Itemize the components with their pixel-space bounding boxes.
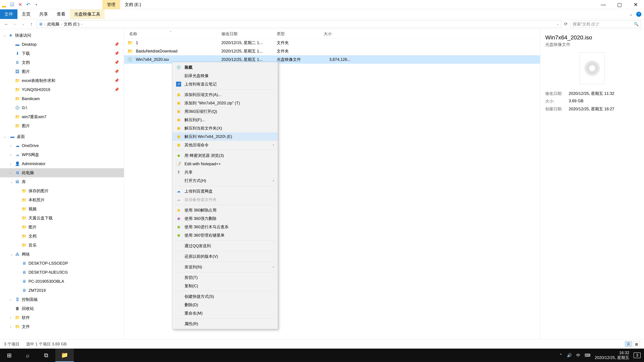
tree-recycle-bin[interactable]: 🗑回收站 xyxy=(0,304,124,313)
tree-pictures3[interactable]: 📁图片 xyxy=(0,223,124,232)
tree-desktop[interactable]: ▬Desktop📌 xyxy=(0,40,124,49)
ribbon-expand-icon[interactable]: ⌄ xyxy=(629,11,633,17)
notification-button[interactable]: 3 xyxy=(634,353,641,358)
nav-up-button[interactable]: ↑ xyxy=(28,21,35,27)
column-size[interactable]: 大小 xyxy=(324,31,357,36)
nav-back-button[interactable]: ← xyxy=(3,21,10,27)
file-row[interactable]: 📁 1 2020/12/15, 星期二 1... 文件夹 xyxy=(124,38,540,47)
refresh-button[interactable]: ⟳ xyxy=(563,21,569,27)
cm-extract-here[interactable]: ▣解压到当前文件夹(X) xyxy=(172,124,278,132)
ribbon-tab-file[interactable]: 文件 xyxy=(0,9,18,19)
tree-excel[interactable]: 📁excel表格制作求和📌 xyxy=(0,76,124,85)
cm-open-360zip[interactable]: ▣用360压缩打开(Q) xyxy=(172,107,278,116)
tree-docs2[interactable]: 📁文档 xyxy=(0,232,124,241)
taskbar-clock[interactable]: 16:32 2020/12/25, 星期五 xyxy=(595,351,629,360)
cm-youdao[interactable]: ↗上传到有道云笔记 xyxy=(172,80,278,88)
cm-properties[interactable]: 属性(R) xyxy=(172,320,278,328)
tree-desktop-section[interactable]: ⌄▬桌面 xyxy=(0,132,124,141)
tree-pc2[interactable]: 🖥DESKTOP-NJEU3CG xyxy=(0,268,124,277)
column-date[interactable]: 修改日期 xyxy=(221,31,277,36)
cm-notepad[interactable]: 📝Edit with Notepad++ xyxy=(172,160,278,168)
task-view-button[interactable]: ⧉ xyxy=(37,349,55,362)
start-button[interactable]: ⊞ xyxy=(0,349,18,362)
search-icon[interactable]: 🔍 xyxy=(634,22,639,26)
properties-icon[interactable]: ☑ xyxy=(10,2,15,7)
cm-360-menu[interactable]: ◉使用 360管理右键菜单 xyxy=(172,231,278,240)
column-name[interactable]: 名称⌃ xyxy=(124,31,221,36)
chevron-down-icon[interactable]: ⌄ xyxy=(10,252,13,256)
keyboard-icon[interactable]: ⌨ xyxy=(585,353,590,358)
tree-onedrive[interactable]: ›☁OneDrive xyxy=(0,141,124,150)
tree-admin[interactable]: ›👤Administrator xyxy=(0,159,124,168)
chevron-down-icon[interactable]: ⌄ xyxy=(10,180,13,184)
qat-dropdown-icon[interactable]: ▾ xyxy=(34,2,39,7)
ribbon-tab-view[interactable]: 查看 xyxy=(52,9,70,19)
minimize-button[interactable]: — xyxy=(598,1,608,8)
cm-360-trojan-scan[interactable]: ◉使用 360进行木马云查杀 xyxy=(172,223,278,231)
tree-music[interactable]: 📁音乐 xyxy=(0,241,124,250)
tree-gdrive[interactable]: 💿G:\ xyxy=(0,103,124,112)
chevron-right-icon[interactable]: › xyxy=(10,325,11,329)
cm-bee-browser[interactable]: ◆用 蜂蜜浏览器 浏览(3) xyxy=(172,151,278,160)
cm-add-archive[interactable]: ▣添加到压缩文件(A)... xyxy=(172,90,278,99)
tree-quick-access[interactable]: ⌄★快速访问 xyxy=(0,31,124,40)
view-details-button[interactable]: ☰ xyxy=(625,341,632,347)
tree-pc1[interactable]: 🖥DESKTOP-LSSOEDP xyxy=(0,259,124,268)
cm-add-zip[interactable]: ▣添加到 "Win7x64_2020.zip" (T) xyxy=(172,99,278,107)
address-dropdown-icon[interactable]: ⌄ xyxy=(556,22,559,26)
ribbon-tab-home[interactable]: 主页 xyxy=(18,9,35,19)
chevron-right-icon[interactable]: › xyxy=(10,298,11,302)
chevron-right-icon[interactable]: › xyxy=(10,144,11,148)
tree-network[interactable]: ⌄🖧网络 xyxy=(0,250,124,259)
chevron-right-icon[interactable]: › xyxy=(10,316,11,320)
chevron-right-icon[interactable]: › xyxy=(10,162,11,166)
explorer-taskbar-button[interactable]: 📁 xyxy=(55,349,74,362)
tree-files[interactable]: ›📁文件 xyxy=(0,322,124,331)
cm-send-to[interactable]: 发送到(N)› xyxy=(172,263,278,271)
undo-icon[interactable]: ↶ xyxy=(26,2,31,7)
cm-360-unlock[interactable]: ◉使用 360解除占用 xyxy=(172,206,278,214)
tree-wps[interactable]: ›☁WPS网盘 xyxy=(0,150,124,159)
chevron-down-icon[interactable]: ⌄ xyxy=(3,33,6,37)
cm-other-zip[interactable]: ▣其他压缩命令› xyxy=(172,141,278,149)
volume-icon[interactable]: 🔊 xyxy=(567,353,572,358)
cm-open-with[interactable]: 打开方式(H)› xyxy=(172,176,278,185)
tree-software[interactable]: ›📁软件 xyxy=(0,313,124,322)
view-icons-button[interactable]: ▦ xyxy=(633,341,640,347)
tree-win7redo[interactable]: 📁win7重装win7 xyxy=(0,112,124,121)
breadcrumb-current[interactable]: 文档 (E:) xyxy=(64,21,79,27)
nav-forward-button[interactable]: → xyxy=(12,21,18,27)
tray-up-icon[interactable]: ⌃ xyxy=(559,353,562,358)
cm-share[interactable]: ⇪共享 xyxy=(172,168,278,176)
search-input[interactable]: 搜索"文档 (E:)" 🔍 xyxy=(570,20,641,28)
tree-downloads[interactable]: ⬇下载📌 xyxy=(0,49,124,58)
chevron-right-icon[interactable]: › xyxy=(10,171,11,175)
cm-rename[interactable]: 重命名(M) xyxy=(172,309,278,318)
cm-qq-send[interactable]: 通过QQ发送到 xyxy=(172,242,278,250)
cm-360-force-delete[interactable]: ◉使用 360强力删除 xyxy=(172,214,278,223)
tree-control-panel[interactable]: ›🎛控制面板 xyxy=(0,295,124,304)
tree-bandicam[interactable]: 📁Bandicam xyxy=(0,94,124,103)
cm-delete[interactable]: 删除(D) xyxy=(172,301,278,309)
tree-videos[interactable]: 📁视频 xyxy=(0,204,124,214)
chevron-down-icon[interactable]: ⌄ xyxy=(3,135,6,139)
nav-history-dropdown[interactable]: ⌄ xyxy=(20,21,26,27)
maximize-button[interactable]: ▢ xyxy=(614,1,624,8)
ribbon-tab-disc-tools[interactable]: 光盘映像工具 xyxy=(70,9,105,19)
help-icon[interactable]: ? xyxy=(636,12,641,17)
tree-documents[interactable]: 🗎文档📌 xyxy=(0,58,124,67)
context-tab-label[interactable]: 管理 xyxy=(102,0,120,9)
tree-saved-pics[interactable]: 📁保存的图片 xyxy=(0,186,124,195)
tree-pictures2[interactable]: 📁图片 xyxy=(0,121,124,130)
ime-indicator[interactable]: 中 xyxy=(576,353,580,358)
cm-mount[interactable]: 💿装载 xyxy=(172,63,278,71)
tree-pc4[interactable]: 🖥ZMT2019 xyxy=(0,286,124,295)
tree-cam-pics[interactable]: 📁本机照片 xyxy=(0,195,124,204)
address-bar[interactable]: 🖥 › 此电脑 › 文档 (E:) › ⌄ xyxy=(36,20,561,28)
tree-pc3[interactable]: 🖥PC-20190530OBLA xyxy=(0,277,124,286)
cm-baidu-upload[interactable]: ☁上传到百度网盘 xyxy=(172,187,278,195)
search-button[interactable]: ⌕ xyxy=(18,349,37,362)
tree-tianyi[interactable]: 📁天翼云盘下载 xyxy=(0,214,124,223)
close-button[interactable]: ✕ xyxy=(630,1,641,8)
delete-icon[interactable]: ✕ xyxy=(18,2,23,7)
